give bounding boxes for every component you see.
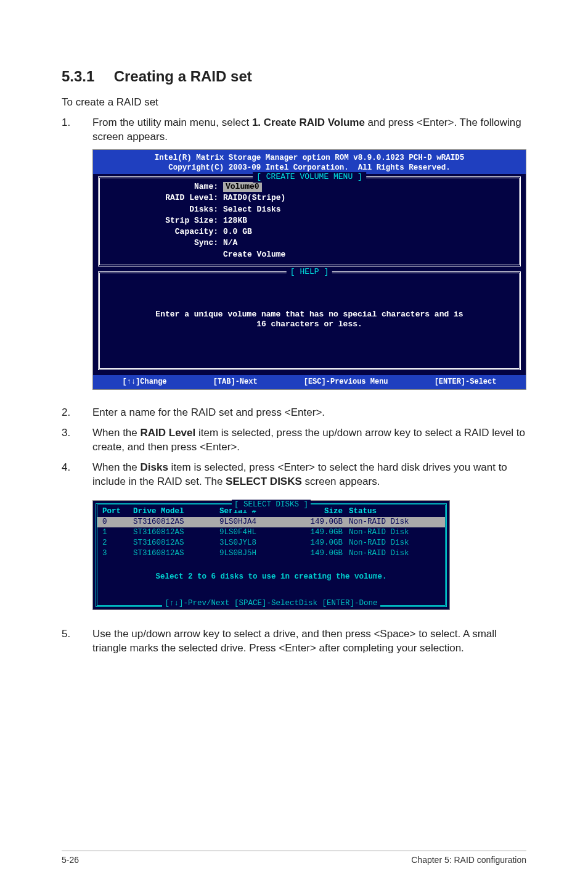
cell-size: 149.0GB [287,517,349,527]
box-title: [ SELECT DISKS ] [232,500,311,510]
step-bold: SELECT DISKS [226,476,302,487]
cell-status: Non-RAID Disk [349,527,440,538]
table-row[interactable]: 1 ST3160812AS 9LS0F4HL 149.0GB Non-RAID … [97,527,445,538]
field-label: RAID Level: [107,193,218,203]
capacity-value[interactable]: 0.0 GB [223,227,512,237]
key-hint: [↑↓]Change [123,377,167,387]
cell-model: ST3160812AS [133,548,219,559]
intro-text: To create a RAID set [62,96,526,109]
box-title: [ CREATE VOLUME MENU ] [253,172,366,182]
section-heading: 5.3.1 Creating a RAID set [62,68,526,85]
step-2: 2. Enter a name for the RAID set and pre… [62,406,526,420]
cell-model: ST3160812AS [133,517,219,527]
key-hint: [TAB]-Next [213,377,258,387]
cell-size: 149.0GB [287,527,349,538]
page-number: 5-26 [62,855,79,865]
cell-status: Non-RAID Disk [349,517,440,527]
create-volume-action[interactable]: Create Volume [223,250,512,260]
step-bold: RAID Level [141,427,196,439]
cell-port: 3 [102,548,133,559]
key-hint: [↑↓]-Prev/Next [SPACE]-SelectDisk [ENTER… [162,598,380,609]
bios-key-footer: [↑↓]Change [TAB]-Next [ESC]-Previous Men… [93,375,526,389]
step-3: 3. When the RAID Level item is selected,… [62,426,526,455]
step-text: When the [92,427,141,439]
col-port: Port [102,506,133,517]
help-box: [ HELP ] Enter a unique volume name that… [98,271,521,371]
disks-select[interactable]: Select Disks [223,205,512,215]
step-1: 1. From the utility main menu, select 1.… [62,116,526,400]
step-text: When the [92,461,141,473]
key-hint: [ENTER]-Select [435,377,497,387]
section-title-text: Creating a RAID set [114,68,252,85]
cell-serial: 3LS0JYL8 [219,538,287,548]
field-label: Strip Size: [107,216,218,226]
bios-create-volume-screen: Intel(R) Matrix Storage Manager option R… [92,149,526,390]
page-footer: 5-26 Chapter 5: RAID configuration [62,855,526,865]
step-number: 4. [62,461,92,621]
field-label: Disks: [107,205,218,215]
table-row[interactable]: 3 ST3160812AS 9LS0BJ5H 149.0GB Non-RAID … [97,548,445,559]
table-row[interactable]: 2 ST3160812AS 3LS0JYL8 149.0GB Non-RAID … [97,538,445,548]
chapter-label: Chapter 5: RAID configuration [411,855,526,865]
step-text: Use the up/down arrow key to select a dr… [92,627,526,656]
cell-port: 0 [102,517,133,527]
cell-serial: 9LS0HJA4 [219,517,287,527]
field-label: Name: [107,182,218,192]
name-input[interactable]: Volume0 [223,182,262,192]
cell-size: 149.0GB [287,538,349,548]
step-bold: 1. Create RAID Volume [252,117,365,128]
step-number: 1. [62,116,92,400]
bios-header-line1: Intel(R) Matrix Storage Manager option R… [155,154,465,162]
step-text: From the utility main menu, select [92,117,252,128]
cell-model: ST3160812AS [133,527,219,538]
raid-level-select[interactable]: RAID0(Stripe) [223,193,512,203]
step-text: Enter a name for the RAID set and press … [92,406,526,420]
col-model: Drive Model [133,506,219,517]
cell-port: 1 [102,527,133,538]
step-bold: Disks [141,461,168,473]
section-number: 5.3.1 [62,68,110,85]
bios-select-disks-screen: [ SELECT DISKS ] Port Drive Model Serial… [92,500,450,610]
bios-header: Intel(R) Matrix Storage Manager option R… [93,150,526,174]
select-disks-msg: Select 2 to 6 disks to use in creating t… [97,572,445,582]
col-status: Status [349,506,440,517]
select-disks-box: [ SELECT DISKS ] Port Drive Model Serial… [96,503,447,607]
step-text: screen appears. [302,476,380,487]
footer-rule [62,851,526,851]
cell-status: Non-RAID Disk [349,538,440,548]
key-hint: [ESC]-Previous Menu [304,377,388,387]
cell-serial: 9LS0F4HL [219,527,287,538]
table-row[interactable]: 0 ST3160812AS 9LS0HJA4 149.0GB Non-RAID … [97,517,445,527]
strip-size-select[interactable]: 128KB [223,216,512,226]
step-5: 5. Use the up/down arrow key to select a… [62,627,526,656]
sync-value: N/A [223,238,512,248]
field-label: Sync: [107,238,218,248]
help-text: 16 characters or less. [107,320,512,329]
field-label: Capacity: [107,227,218,237]
cell-size: 149.0GB [287,548,349,559]
bios-header-line2: Copyright(C) 2003-09 Intel Corporation. … [168,163,451,172]
cell-serial: 9LS0BJ5H [219,548,287,559]
help-text: Enter a unique volume name that has no s… [107,310,512,320]
cell-port: 2 [102,538,133,548]
cell-model: ST3160812AS [133,538,219,548]
step-number: 2. [62,406,92,420]
create-volume-box: [ CREATE VOLUME MENU ] Name:Volume0 RAID… [98,176,521,266]
cell-status: Non-RAID Disk [349,548,440,559]
field-label [107,250,218,260]
step-number: 3. [62,426,92,455]
step-number: 5. [62,627,92,656]
step-4: 4. When the Disks item is selected, pres… [62,461,526,621]
box-title: [ HELP ] [287,267,332,277]
